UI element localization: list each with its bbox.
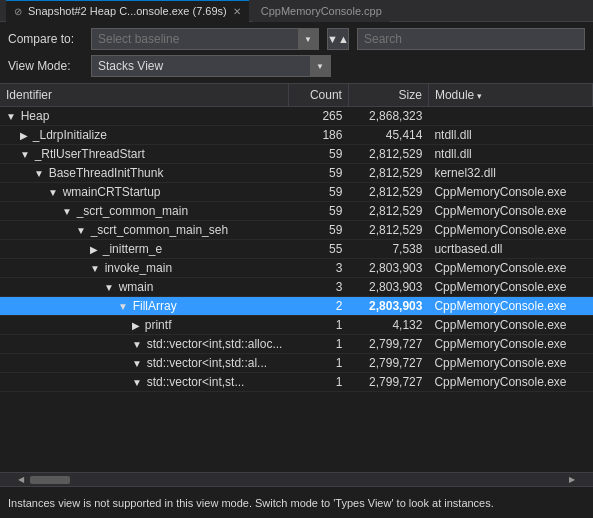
row-name: _scrt_common_main [77, 204, 188, 218]
tree-icon: ▼ [48, 187, 61, 198]
tab-snapshot[interactable]: ⊘ Snapshot#2 Heap C...onsole.exe (7.69s)… [6, 0, 249, 22]
row-size: 2,812,529 [348, 145, 428, 164]
row-count: 59 [288, 183, 348, 202]
scroll-left[interactable]: ◀ [14, 473, 28, 487]
tree-icon: ▼ [132, 339, 145, 350]
row-module: CppMemoryConsole.exe [428, 354, 592, 373]
row-module: CppMemoryConsole.exe [428, 221, 592, 240]
row-name: std::vector<int,std::al... [147, 356, 267, 370]
h-scrollbar[interactable]: ◀ ▶ [0, 472, 593, 486]
tree-icon: ▼ [6, 111, 19, 122]
col-count[interactable]: Count [288, 84, 348, 107]
row-name: invoke_main [105, 261, 172, 275]
row-module: ntdll.dll [428, 126, 592, 145]
tree-icon: ▼ [104, 282, 117, 293]
row-name: Heap [21, 109, 50, 123]
row-name: printf [145, 318, 172, 332]
row-module: CppMemoryConsole.exe [428, 373, 592, 392]
row-size: 2,799,727 [348, 354, 428, 373]
row-size: 45,414 [348, 126, 428, 145]
status-bar: Instances view is not supported in this … [0, 486, 593, 518]
baseline-combo[interactable]: ▼ [91, 28, 319, 50]
row-count: 265 [288, 107, 348, 126]
row-count: 55 [288, 240, 348, 259]
tree-icon: ▼ [132, 358, 145, 369]
row-module: ntdll.dll [428, 145, 592, 164]
row-name: _initterm_e [103, 242, 162, 256]
scroll-thumb[interactable] [30, 476, 70, 484]
row-size: 2,799,727 [348, 373, 428, 392]
row-size: 2,803,903 [348, 297, 428, 316]
filter-button[interactable]: ▼▲ [327, 28, 349, 50]
table-row[interactable]: ▼ std::vector<int,st...12,799,727CppMemo… [0, 373, 593, 392]
col-identifier[interactable]: Identifier [0, 84, 288, 107]
tree-icon: ▼ [132, 377, 145, 388]
table-row[interactable]: ▼ _scrt_common_main_seh592,812,529CppMem… [0, 221, 593, 240]
tree-icon: ▶ [132, 320, 143, 331]
compare-label: Compare to: [8, 32, 83, 46]
tab-snapshot-close[interactable]: ✕ [233, 6, 241, 17]
row-name: _RtlUserThreadStart [35, 147, 145, 161]
row-name: std::vector<int,std::alloc... [147, 337, 283, 351]
row-module: CppMemoryConsole.exe [428, 183, 592, 202]
table-row[interactable]: ▶ _initterm_e557,538ucrtbased.dll [0, 240, 593, 259]
status-message: Instances view is not supported in this … [8, 497, 494, 509]
search-box[interactable] [357, 28, 585, 50]
row-module: CppMemoryConsole.exe [428, 297, 592, 316]
tree-icon: ▼ [118, 301, 131, 312]
col-module[interactable]: Module [428, 84, 592, 107]
row-count: 3 [288, 259, 348, 278]
row-module: CppMemoryConsole.exe [428, 316, 592, 335]
row-module [428, 107, 592, 126]
table-row[interactable]: ▼ FillArray22,803,903CppMemoryConsole.ex… [0, 297, 593, 316]
title-bar: ⊘ Snapshot#2 Heap C...onsole.exe (7.69s)… [0, 0, 593, 22]
table-row[interactable]: ▼ invoke_main32,803,903CppMemoryConsole.… [0, 259, 593, 278]
viewmode-input[interactable] [92, 59, 310, 73]
table-row[interactable]: ▼ wmain32,803,903CppMemoryConsole.exe [0, 278, 593, 297]
row-size: 4,132 [348, 316, 428, 335]
baseline-arrow[interactable]: ▼ [298, 28, 318, 50]
row-name: std::vector<int,st... [147, 375, 245, 389]
row-size: 2,812,529 [348, 202, 428, 221]
tab-cpp-label: CppMemoryConsole.cpp [261, 5, 382, 17]
viewmode-arrow[interactable]: ▼ [310, 55, 330, 77]
row-count: 1 [288, 373, 348, 392]
tree-icon: ▼ [76, 225, 89, 236]
tab-cpp[interactable]: CppMemoryConsole.cpp [253, 0, 390, 22]
table-row[interactable]: ▼ _scrt_common_main592,812,529CppMemoryC… [0, 202, 593, 221]
table-row[interactable]: ▼ Heap2652,868,323 [0, 107, 593, 126]
row-size: 2,812,529 [348, 221, 428, 240]
table-row[interactable]: ▼ _RtlUserThreadStart592,812,529ntdll.dl… [0, 145, 593, 164]
tree-icon: ▼ [34, 168, 47, 179]
row-module: CppMemoryConsole.exe [428, 335, 592, 354]
table-row[interactable]: ▼ BaseThreadInitThunk592,812,529kernel32… [0, 164, 593, 183]
tree-icon: ▼ [62, 206, 75, 217]
table-row[interactable]: ▶ printf14,132CppMemoryConsole.exe [0, 316, 593, 335]
pin-icon: ⊘ [14, 6, 22, 17]
table-row[interactable]: ▼ std::vector<int,std::al...12,799,727Cp… [0, 354, 593, 373]
row-size: 2,812,529 [348, 164, 428, 183]
row-count: 59 [288, 202, 348, 221]
row-module: CppMemoryConsole.exe [428, 278, 592, 297]
tree-icon: ▶ [20, 130, 31, 141]
scroll-right[interactable]: ▶ [565, 473, 579, 487]
row-count: 1 [288, 354, 348, 373]
table-container: Identifier Count Size Module ▼ Heap2652,… [0, 84, 593, 472]
row-size: 2,799,727 [348, 335, 428, 354]
row-name: wmain [119, 280, 154, 294]
search-input[interactable] [358, 32, 584, 46]
row-name: FillArray [133, 299, 177, 313]
baseline-input[interactable] [92, 32, 298, 46]
row-module: ucrtbased.dll [428, 240, 592, 259]
table-row[interactable]: ▼ std::vector<int,std::alloc...12,799,72… [0, 335, 593, 354]
tab-snapshot-label: Snapshot#2 Heap C...onsole.exe (7.69s) [28, 5, 227, 17]
viewmode-combo[interactable]: ▼ [91, 55, 331, 77]
col-size[interactable]: Size [348, 84, 428, 107]
table-row[interactable]: ▶ _LdrpInitialize18645,414ntdll.dll [0, 126, 593, 145]
row-count: 1 [288, 316, 348, 335]
row-count: 59 [288, 164, 348, 183]
tree-icon: ▶ [90, 244, 101, 255]
row-name: wmainCRTStartup [63, 185, 161, 199]
row-size: 2,812,529 [348, 183, 428, 202]
table-row[interactable]: ▼ wmainCRTStartup592,812,529CppMemoryCon… [0, 183, 593, 202]
